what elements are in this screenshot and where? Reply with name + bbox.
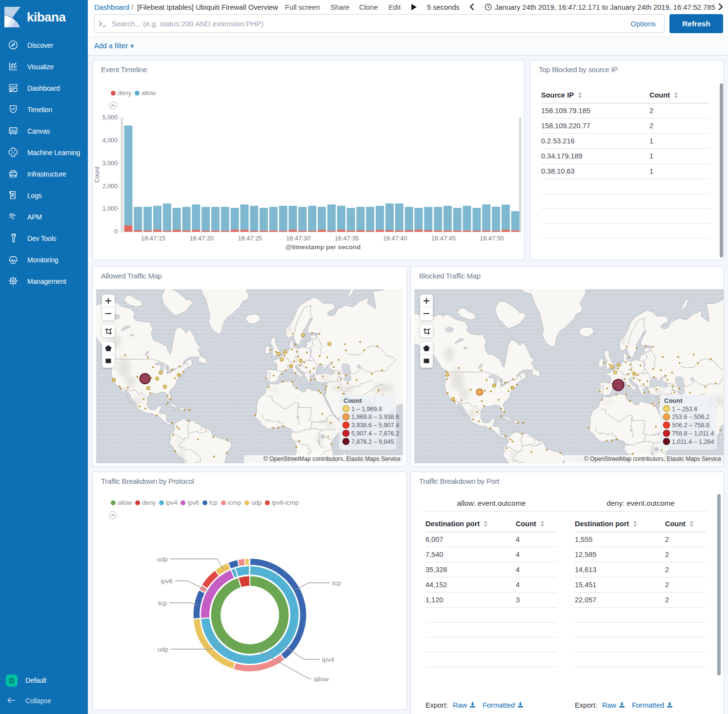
svg-text:ipv4: ipv4 (322, 656, 334, 663)
svg-text:ipv6: ipv6 (161, 577, 173, 585)
svg-text:tcp: tcp (332, 579, 341, 587)
svg-text:1,011.4 – 1,264: 1,011.4 – 1,264 (672, 438, 714, 445)
svg-text:16:47:50: 16:47:50 (480, 235, 504, 242)
svg-text:16:47:40: 16:47:40 (383, 235, 407, 242)
svg-text:Count: Count (94, 166, 101, 183)
svg-text:Count: Count (344, 397, 362, 404)
svg-text:758.8 – 1,011.4: 758.8 – 1,011.4 (672, 430, 714, 437)
svg-text:7,876.2 – 9,845: 7,876.2 – 9,845 (351, 438, 394, 445)
svg-text:5,907.4 – 7,876.2: 5,907.4 – 7,876.2 (351, 430, 399, 437)
svg-text:3,938.6 – 5,907.4: 3,938.6 – 5,907.4 (351, 422, 399, 429)
svg-text:16:47:35: 16:47:35 (335, 235, 359, 242)
svg-text:@timestamp per second: @timestamp per second (285, 243, 361, 251)
svg-text:udp: udp (157, 555, 168, 563)
svg-text:1,000: 1,000 (102, 205, 118, 212)
svg-text:16:47:30: 16:47:30 (286, 235, 310, 242)
svg-text:tcp: tcp (158, 599, 167, 607)
svg-text:1 – 253.6: 1 – 253.6 (672, 406, 698, 413)
svg-text:4,000: 4,000 (102, 137, 118, 144)
svg-text:2,000: 2,000 (102, 183, 118, 190)
svg-text:3,000: 3,000 (102, 160, 118, 167)
svg-text:5,000: 5,000 (102, 114, 118, 121)
svg-text:Count: Count (664, 397, 683, 404)
svg-text:1,969.8 – 3,938.6: 1,969.8 – 3,938.6 (351, 414, 399, 420)
svg-text:506.2 – 758.8: 506.2 – 758.8 (672, 422, 709, 429)
svg-text:16:47:20: 16:47:20 (189, 235, 214, 242)
svg-text:16:47:25: 16:47:25 (238, 235, 262, 242)
svg-text:allow: allow (314, 675, 329, 683)
svg-text:© OpenStreetMap contributors,: © OpenStreetMap contributors, Elastic Ma… (263, 456, 401, 462)
svg-text:16:47:15: 16:47:15 (141, 235, 165, 242)
svg-text:253.6 – 506.2: 253.6 – 506.2 (672, 414, 709, 420)
svg-text:1 – 1,969.8: 1 – 1,969.8 (351, 406, 382, 413)
svg-text:© OpenStreetMap contributors,: © OpenStreetMap contributors, Elastic Ma… (584, 456, 721, 462)
svg-text:0: 0 (114, 228, 118, 235)
svg-text:udp: udp (157, 646, 168, 653)
svg-text:16:47:45: 16:47:45 (431, 235, 456, 242)
